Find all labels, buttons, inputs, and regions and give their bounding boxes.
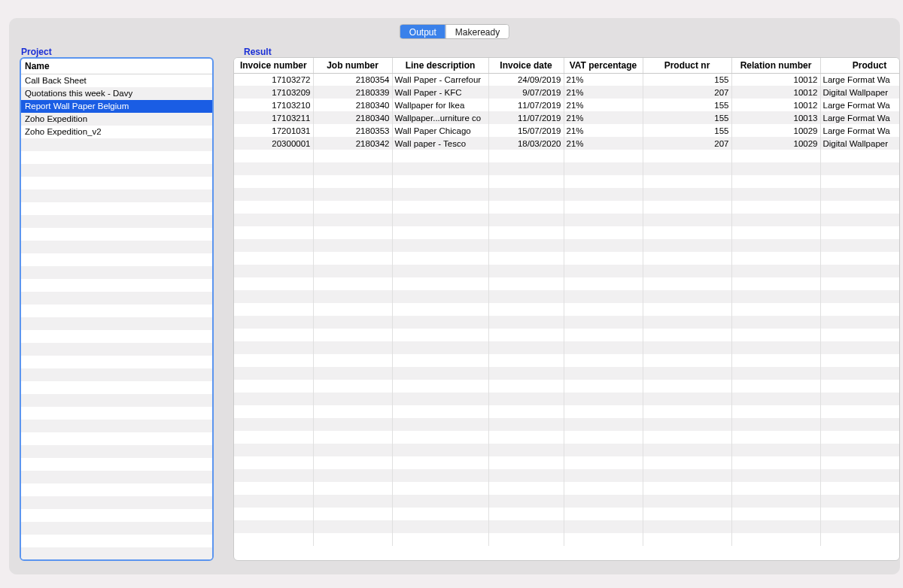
project-row[interactable]: Report Wall Paper Belgium [21,100,212,113]
tab-bar: Output Makeready [400,24,509,39]
table-row-empty[interactable] [234,303,900,316]
table-row-empty[interactable] [234,495,900,508]
table-cell: Large Format Wa [820,99,900,111]
project-row-empty[interactable] [21,432,212,445]
project-row-empty[interactable] [21,522,212,535]
table-row-empty[interactable] [234,508,900,520]
result-column-header[interactable]: Invoice number [234,58,313,73]
result-column-header[interactable]: Product nr [643,58,731,73]
table-row[interactable]: 171032092180339Wall Paper - KFC9/07/2019… [234,86,900,99]
table-cell: 2180340 [313,99,392,111]
result-column-header[interactable]: Line description [392,58,488,73]
project-row-empty[interactable] [21,330,212,343]
table-row-empty[interactable] [234,252,900,265]
result-column-header[interactable]: Relation number [731,58,820,73]
project-row-empty[interactable] [21,292,212,305]
project-row-empty[interactable] [21,138,212,151]
table-row-empty[interactable] [234,329,900,341]
table-row-empty[interactable] [234,469,900,482]
project-row-empty[interactable] [21,317,212,330]
project-row[interactable]: Zoho Expedition [21,113,212,126]
table-cell: 2180339 [313,86,392,99]
table-cell: 2180353 [313,124,392,137]
table-row-empty[interactable] [234,520,900,533]
project-row-empty[interactable] [21,356,212,368]
table-row[interactable]: 171032722180354Wall Paper - Carrefour24/… [234,73,900,86]
table-cell: 17103209 [234,86,313,99]
table-cell: 2180342 [313,137,392,150]
project-row-empty[interactable] [21,560,212,561]
tab-makeready[interactable]: Makeready [445,25,509,38]
table-row-empty[interactable] [234,418,900,431]
project-row-empty[interactable] [21,151,212,164]
table-row-empty[interactable] [234,393,900,405]
table-row-empty[interactable] [234,214,900,226]
table-row-empty[interactable] [234,277,900,290]
table-row-empty[interactable] [234,431,900,444]
project-row-empty[interactable] [21,164,212,177]
table-row-empty[interactable] [234,380,900,393]
result-section-label: Result [244,47,272,57]
table-row-empty[interactable] [234,482,900,495]
tab-output[interactable]: Output [400,25,445,38]
table-row-empty[interactable] [234,444,900,456]
project-row[interactable]: Zoho Expedition_v2 [21,126,212,138]
table-row-empty[interactable] [234,201,900,214]
project-row-empty[interactable] [21,535,212,547]
project-row-empty[interactable] [21,305,212,317]
project-row-empty[interactable] [21,368,212,381]
project-row-empty[interactable] [21,189,212,202]
table-row-empty[interactable] [234,533,900,546]
project-row-empty[interactable] [21,279,212,292]
result-panel: Invoice numberJob numberLine description… [233,57,900,561]
table-row-empty[interactable] [234,316,900,329]
table-row-empty[interactable] [234,290,900,303]
table-row[interactable]: 172010312180353Wall Paper Chicago15/07/2… [234,124,900,137]
project-row-empty[interactable] [21,228,212,241]
project-row-empty[interactable] [21,547,212,560]
result-column-header[interactable]: VAT percentage [564,58,643,73]
table-row-empty[interactable] [234,341,900,354]
table-cell: 24/09/2019 [488,73,564,86]
table-row-empty[interactable] [234,162,900,175]
project-row-empty[interactable] [21,496,212,509]
table-row-empty[interactable] [234,354,900,367]
table-row-empty[interactable] [234,456,900,469]
table-row-empty[interactable] [234,367,900,380]
project-row[interactable]: Quotations this week - Davy [21,87,212,100]
table-cell: 21% [564,99,643,111]
project-row-empty[interactable] [21,177,212,189]
project-row-empty[interactable] [21,253,212,266]
project-row-empty[interactable] [21,509,212,522]
project-row-empty[interactable] [21,394,212,407]
project-row-empty[interactable] [21,471,212,483]
project-row-empty[interactable] [21,266,212,279]
project-row[interactable]: Call Back Sheet [21,74,212,87]
project-row-empty[interactable] [21,458,212,471]
table-row-empty[interactable] [234,265,900,277]
table-row-empty[interactable] [234,226,900,239]
table-row-empty[interactable] [234,150,900,162]
project-row-empty[interactable] [21,483,212,496]
project-row-empty[interactable] [21,343,212,356]
result-column-header[interactable]: Job number [313,58,392,73]
table-cell: 17201031 [234,124,313,137]
project-row-empty[interactable] [21,202,212,215]
project-row-empty[interactable] [21,420,212,432]
table-cell: Large Format Wa [820,124,900,137]
table-row[interactable]: 203000012180342Wall paper - Tesco18/03/2… [234,137,900,150]
project-column-header[interactable]: Name [21,59,212,74]
project-row-empty[interactable] [21,241,212,253]
project-row-empty[interactable] [21,445,212,458]
table-row[interactable]: 171032102180340Wallpaper for Ikea11/07/2… [234,99,900,111]
project-row-empty[interactable] [21,215,212,228]
project-row-empty[interactable] [21,407,212,420]
table-row-empty[interactable] [234,405,900,418]
table-row-empty[interactable] [234,188,900,201]
table-row[interactable]: 171032112180340Wallpaper...urniture co11… [234,111,900,124]
table-row-empty[interactable] [234,239,900,252]
project-row-empty[interactable] [21,381,212,394]
result-column-header[interactable]: Invoice date [488,58,564,73]
result-column-header[interactable]: Product [820,58,900,73]
table-row-empty[interactable] [234,175,900,188]
